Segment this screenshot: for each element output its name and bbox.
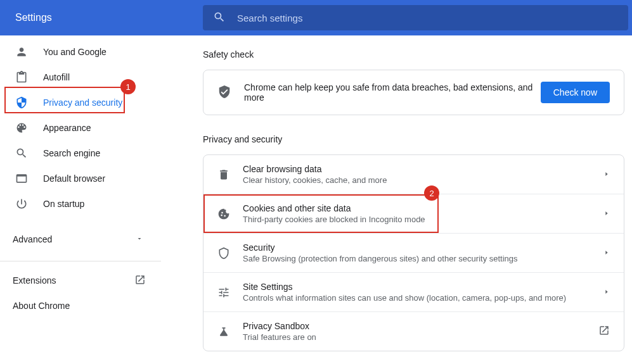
trash-icon	[217, 168, 230, 181]
verified-shield-icon	[217, 85, 231, 101]
safety-message: Chrome can help keep you safe from data …	[244, 82, 541, 103]
check-now-button[interactable]: Check now	[541, 82, 610, 103]
privacy-card: Clear browsing data Clear history, cooki…	[203, 154, 624, 351]
sidebar-item-default-browser[interactable]: Default browser	[0, 166, 161, 191]
sidebar-item-label: You and Google	[43, 47, 106, 57]
sidebar-item-label: Appearance	[43, 123, 91, 133]
row-subtitle: Clear history, cookies, cache, and more	[243, 175, 603, 185]
main-panel: Safety check Chrome can help keep you sa…	[161, 35, 632, 364]
page-title: Settings	[0, 12, 203, 23]
person-icon	[15, 46, 28, 58]
annotation-badge-1: 1	[120, 79, 136, 94]
search-input[interactable]	[237, 13, 628, 23]
safety-check-row: Chrome can help keep you safe from data …	[203, 70, 624, 115]
chevron-right-icon	[603, 248, 610, 258]
tune-icon	[217, 286, 230, 299]
flask-icon	[217, 325, 230, 338]
row-subtitle: Controls what information sites can use …	[243, 293, 603, 303]
search-container[interactable]	[203, 5, 628, 30]
sidebar-item-autofill[interactable]: Autofill	[0, 65, 161, 90]
row-title: Clear browsing data	[243, 164, 603, 174]
sidebar-item-on-startup[interactable]: On startup	[0, 191, 161, 217]
chevron-right-icon	[603, 287, 610, 297]
row-site-settings[interactable]: Site Settings Controls what information …	[203, 272, 624, 311]
sidebar-item-you-and-google[interactable]: You and Google	[0, 39, 161, 65]
sidebar-item-appearance[interactable]: Appearance	[0, 115, 161, 141]
sidebar-advanced-toggle[interactable]: Advanced	[0, 227, 161, 252]
extensions-label: Extensions	[13, 275, 56, 286]
row-security[interactable]: Security Safe Browsing (protection from …	[203, 233, 624, 272]
annotation-badge-2: 2	[424, 185, 439, 201]
palette-icon	[15, 122, 28, 134]
sidebar-extensions[interactable]: Extensions	[0, 268, 161, 293]
browser-icon	[15, 172, 28, 185]
sidebar-divider	[0, 261, 161, 261]
cookie-icon	[217, 208, 230, 220]
sidebar-about-chrome[interactable]: About Chrome	[0, 293, 161, 318]
power-icon	[15, 198, 28, 210]
safety-check-card: Chrome can help keep you safe from data …	[203, 70, 624, 115]
row-title: Cookies and other site data	[243, 203, 603, 213]
chevron-right-icon	[603, 209, 610, 218]
safety-check-header: Safety check	[203, 49, 624, 60]
sidebar-item-label: Default browser	[43, 173, 105, 184]
shield-outline-icon	[217, 247, 230, 260]
row-title: Security	[243, 242, 603, 253]
privacy-security-header: Privacy and security	[203, 134, 624, 144]
open-in-new-icon	[134, 274, 146, 287]
search-icon	[15, 147, 28, 160]
top-bar: Settings	[0, 0, 632, 35]
sidebar: You and Google Autofill Privacy and secu…	[0, 35, 161, 364]
row-subtitle: Third-party cookies are blocked in Incog…	[243, 215, 603, 224]
row-title: Site Settings	[243, 282, 603, 292]
row-subtitle: Safe Browsing (protection from dangerous…	[243, 254, 603, 263]
chevron-down-icon	[136, 234, 143, 244]
search-icon	[213, 11, 226, 25]
open-in-new-icon	[598, 325, 610, 338]
chevron-right-icon	[603, 170, 610, 179]
sidebar-item-label: Privacy and security	[43, 97, 122, 108]
shield-icon	[15, 96, 28, 109]
row-title: Privacy Sandbox	[243, 321, 598, 331]
row-cookies-and-site-data[interactable]: 2 Cookies and other site data Third-part…	[203, 194, 624, 233]
sidebar-item-search-engine[interactable]: Search engine	[0, 141, 161, 166]
row-clear-browsing-data[interactable]: Clear browsing data Clear history, cooki…	[203, 155, 624, 194]
sidebar-item-label: Autofill	[43, 72, 70, 82]
about-label: About Chrome	[13, 301, 70, 311]
sidebar-item-label: Search engine	[43, 148, 100, 158]
clipboard-icon	[15, 71, 28, 84]
sidebar-item-privacy-and-security[interactable]: Privacy and security	[0, 90, 161, 115]
row-privacy-sandbox[interactable]: Privacy Sandbox Trial features are on	[203, 311, 624, 351]
row-subtitle: Trial features are on	[243, 332, 598, 342]
sidebar-item-label: On startup	[43, 199, 84, 209]
advanced-label: Advanced	[13, 234, 52, 244]
